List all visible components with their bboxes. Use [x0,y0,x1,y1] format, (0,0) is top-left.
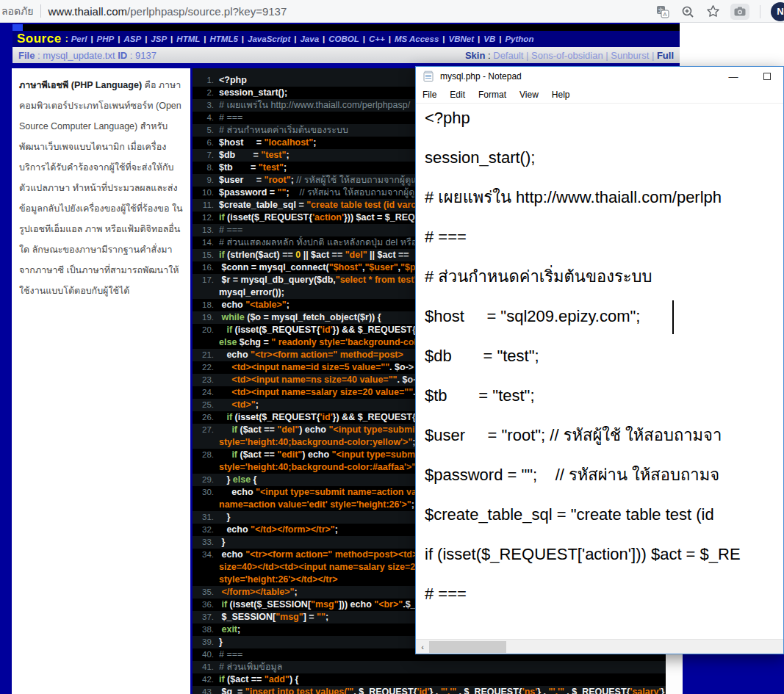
notepad-title: mysql.php - Notepad [440,71,522,82]
line-number: 11. [193,199,219,212]
skin-switcher: Skin : DefaultSons-of-obsidianSunburst |… [465,50,674,61]
notepad-menubar: FileEditFormatViewHelp [416,86,783,104]
code-text: if (isset($_REQUEST{'action'})) $act = $… [219,212,428,224]
notepad-menu-help[interactable]: Help [552,90,570,100]
file-info: File : mysql_update.txt ID : 9137 [18,50,157,61]
code-text: $q = "insert into test values('". $_REQU… [219,686,666,694]
code-text: style='height:40;background-color:yellow… [219,436,415,449]
maximize-icon [763,73,771,80]
line-number: 35. [193,586,219,599]
source-nav-link[interactable]: Java [290,35,319,43]
skin-link[interactable]: Sunburst [603,50,650,61]
maximize-button[interactable] [752,67,782,86]
code-line: 41.# ส่วนเพิ่มข้อมูล [193,661,666,673]
code-text: # === [219,648,242,661]
code-text: $password = ""; // รหัสผ่าน ให้สอบถามจาก… [219,187,414,199]
line-number: 30. [193,486,219,499]
source-nav-link[interactable]: HTML [167,35,200,43]
notepad-app-icon [422,71,434,82]
scroll-left-arrow[interactable]: ‹ [416,640,429,654]
code-text: else $chg = " readonly style='background… [219,336,428,349]
line-number: 28. [193,449,219,461]
code-text: $r = mysql_db_query($db,"select * from t… [219,274,422,286]
line-number: 5. [193,124,219,137]
line-number: 15. [193,249,219,261]
line-number: 27. [193,424,219,436]
text-caret [672,300,674,334]
notepad-menu-format[interactable]: Format [478,90,506,100]
notepad-editor[interactable]: <?php session_start(); # เผยแพร่ใน http:… [416,104,783,639]
code-text: name=action value='edit' style='height:2… [219,499,414,511]
line-number: 26. [193,411,219,424]
banner-blue-square [12,24,23,31]
translate-icon[interactable]: 文A [655,4,670,19]
source-nav-link[interactable]: PHP [87,35,114,43]
source-nav-link[interactable]: JSP [141,35,167,43]
code-text: if (isset($_REQUEST{'id'}) && $_REQUEST{… [219,411,426,424]
notepad-titlebar[interactable]: mysql.php - Notepad — [416,67,783,86]
sidebar-description: ภาษาพีเอชพี (PHP Language) คือ ภาษาคอมพิ… [12,68,190,694]
code-text: $_SESSION["msg"] = ""; [219,611,328,623]
source-nav-link[interactable]: Perl [71,35,87,43]
svg-text:A: A [663,11,667,18]
code-text: size=40></td><td><input name=salary size… [219,561,415,574]
code-text: # เผยแพร่ใน http://www.thaiall.com/perlp… [219,99,410,112]
skin-link[interactable]: Sons-of-obsidian [523,50,603,61]
code-text: <td>"; [219,399,259,411]
minimize-button[interactable]: — [719,67,748,86]
source-nav-link[interactable]: MS Access [385,35,439,43]
source-nav-bar: Source : PerlPHPASPJSPHTMLHTML5JavaScrip… [12,31,680,47]
source-nav-link[interactable]: COBOL [319,35,359,43]
notepad-hscrollbar[interactable]: ‹ [416,639,783,654]
file-id-value: 9137 [135,50,157,61]
code-line: 42.if ($act == "add") { [193,673,666,686]
code-text: style='height:40;background-color:#aaffa… [219,461,419,474]
code-text: $tb = "test"; [219,162,287,174]
line-number: 43. [193,686,219,694]
source-nav-link[interactable]: VB [474,35,495,43]
code-text: $create_table_sql = "create table test (… [219,199,427,212]
code-text: # ส่วนแสดงผลหลัก ทั้งปกติ และหลังกดปุ่ม … [219,236,417,249]
source-nav-link[interactable]: HTML5 [200,35,238,43]
source-language-links: PerlPHPASPJSPHTMLHTML5JavaScriptJavaCOBO… [71,35,534,43]
source-nav-link[interactable]: Python [495,35,533,43]
line-number: 32. [193,524,219,536]
source-nav-link[interactable]: C++ [359,35,385,43]
line-number: 39. [193,636,219,648]
id-label: ID [118,50,127,61]
code-text: echo "<tr><form action=" method=post> [219,349,403,361]
line-number: 7. [193,149,219,162]
code-text: $user = "root"; // รหัสผู้ใช้ ให้สอบถามจ… [219,174,417,187]
camera-extension-icon[interactable] [730,4,749,20]
line-number: 17. [193,274,219,286]
line-number: 21. [193,349,219,361]
line-number: 2. [193,87,219,99]
code-text: <td><input name=id size=5 value="". $o-> [219,361,414,374]
bookmark-star-icon[interactable] [705,4,720,19]
notepad-menu-edit[interactable]: Edit [450,90,465,100]
profile-avatar[interactable]: N [771,2,784,21]
sidebar-intro-bold: ภาษาพีเอชพี (PHP Language) [19,80,142,90]
code-text: # === [219,224,242,236]
line-number: 13. [193,224,219,236]
code-right-gutter [666,654,683,694]
source-nav-link[interactable]: VBNet [439,35,474,43]
source-nav-link[interactable]: ASP [114,35,141,43]
code-text: exit; [219,623,240,636]
zoom-in-icon[interactable] [680,4,695,19]
source-nav-link[interactable]: JavaScript [238,35,290,43]
code-text: if (isset($_SESSION["msg"])) echo "<br>"… [219,599,422,611]
notepad-menu-file[interactable]: File [422,90,436,100]
address-bar[interactable]: ลอดภัย www.thaiall.com/perlphpasp/source… [0,0,287,22]
url-path: /perlphpasp/source.pl?key=9137 [127,5,287,18]
scroll-thumb[interactable] [429,641,506,653]
notepad-menu-view[interactable]: View [519,90,539,100]
code-text: echo "<input type=submit name=action val… [219,486,425,499]
code-text: if (isset($_REQUEST{'id'}) && $_REQUEST{… [219,324,426,336]
line-number: 18. [193,299,219,311]
toolbar-divider [760,5,760,18]
skin-link[interactable]: Default [493,50,523,61]
code-text: $conn = mysql_connect("$host","$user","$… [219,261,431,274]
skin-link-full[interactable]: Full [657,50,674,61]
code-text: } [219,511,230,524]
